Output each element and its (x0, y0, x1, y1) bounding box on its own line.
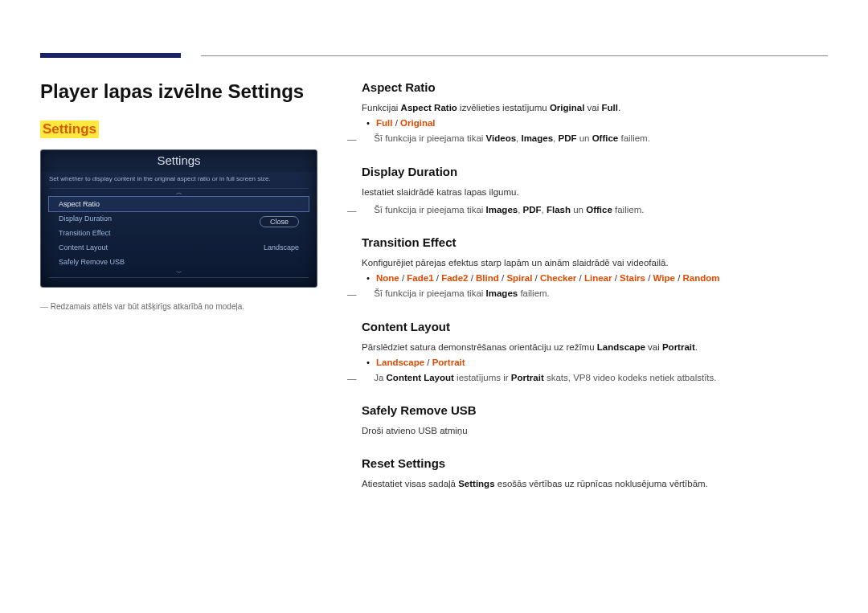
heading-safely-remove-usb: Safely Remove USB (362, 403, 828, 417)
display-duration-note: ― Šī funkcija ir pieejama tikai Images, … (362, 202, 828, 218)
settings-highlight: Settings (40, 121, 99, 138)
dash-icon: ― (362, 371, 371, 386)
row-label: Safely Remove USB (59, 258, 125, 266)
chevron-up-icon: ︿ (49, 189, 309, 197)
settings-row-aspect-ratio: Aspect Ratio (49, 197, 309, 211)
settings-list: ︿ Aspect Ratio Display Duration Transiti… (49, 188, 309, 278)
heading-reset-settings: Reset Settings (362, 456, 828, 470)
dash-icon: ― (362, 132, 371, 146)
dash-icon: ― (40, 302, 51, 311)
reset-paragraph: Atiestatiet visas sadaļā Settings esošās… (362, 476, 828, 491)
heading-display-duration: Display Duration (362, 165, 828, 178)
aspect-ratio-note: ― Šī funkcija ir pieejama tikai Videos, … (362, 131, 828, 146)
image-note-text: Redzamais attēls var būt atšķirīgs atkar… (51, 302, 244, 311)
heading-aspect-ratio: Aspect Ratio (362, 80, 828, 94)
settings-row-safely-remove-usb: Safely Remove USB (49, 255, 309, 269)
row-label: Content Layout (59, 243, 108, 251)
row-value: Landscape (264, 243, 299, 251)
page-content: Player lapas izvēlne Settings Settings S… (40, 80, 828, 494)
transition-bullet: None / Fade1 / Fade2 / Blind / Spiral / … (376, 273, 828, 283)
page-title: Player lapas izvēlne Settings (40, 80, 321, 103)
image-note: ― Redzamais attēls var būt atšķirīgs atk… (40, 302, 321, 311)
close-button: Close (260, 216, 299, 227)
row-label: Transition Effect (59, 229, 111, 237)
row-label: Display Duration (59, 215, 112, 223)
content-layout-note: ― Ja Content Layout iestatījums ir Portr… (362, 370, 828, 386)
display-duration-paragraph: Iestatiet slaidrādē katras lapas ilgumu. (362, 185, 828, 199)
dash-icon: ― (362, 287, 371, 301)
left-column: Player lapas izvēlne Settings Settings S… (40, 80, 321, 494)
transition-note: ― Šī funkcija ir pieejama tikai Images f… (362, 286, 828, 301)
dash-icon: ― (362, 203, 371, 218)
aspect-ratio-bullet: Full / Original (376, 118, 828, 128)
settings-panel-title: Settings (41, 150, 317, 172)
right-column: Aspect Ratio Funkcijai Aspect Ratio izvē… (362, 80, 828, 494)
row-label: Aspect Ratio (59, 200, 100, 208)
safely-remove-paragraph: Droši atvieno USB atmiņu (362, 423, 828, 438)
chevron-down-icon: ﹀ (49, 269, 309, 277)
heading-transition-effect: Transition Effect (362, 235, 828, 249)
settings-row-transition-effect: Transition Effect (49, 226, 309, 240)
settings-row-content-layout: Content Layout Landscape (49, 240, 309, 255)
close-button-wrapper: Close (260, 216, 299, 227)
header-rule (40, 53, 828, 58)
settings-panel-help: Set whether to display content in the or… (41, 172, 317, 188)
settings-panel-mock: Settings Set whether to display content … (40, 149, 317, 288)
aspect-ratio-paragraph: Funkcijai Aspect Ratio izvēlieties iesta… (362, 100, 828, 115)
transition-paragraph: Konfigurējiet pārejas efektus starp lapā… (362, 255, 828, 270)
content-layout-paragraph: Pārslēdziet satura demonstrēšanas orient… (362, 340, 828, 354)
heading-content-layout: Content Layout (362, 320, 828, 333)
content-layout-bullet: Landscape / Portrait (376, 358, 828, 367)
